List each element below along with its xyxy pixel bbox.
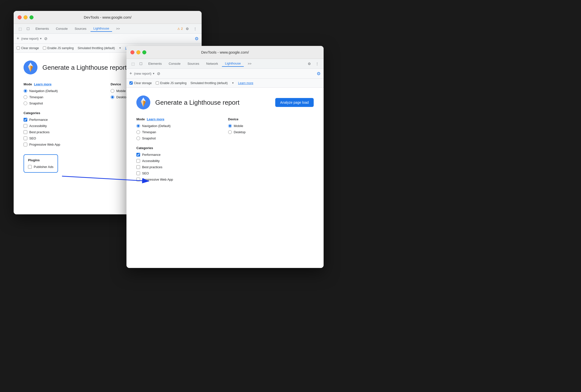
device-section-2: Device Mobile Desktop xyxy=(228,117,314,140)
minimize-button-2[interactable] xyxy=(136,50,140,54)
tab-sources-1[interactable]: Sources xyxy=(72,26,89,32)
analyze-page-load-button[interactable]: Analyze page load xyxy=(275,98,314,107)
lh-page-title-2: Generate a Lighthouse report xyxy=(155,99,240,106)
device-desktop-2[interactable]: Desktop xyxy=(228,130,314,134)
mode-radio-group-2: Navigation (Default) Timespan Snapshot xyxy=(136,124,222,140)
clear-storage-label-1: Clear storage xyxy=(21,46,39,50)
mode-heading-2: Mode Learn more xyxy=(136,117,222,121)
clear-storage-input-1[interactable] xyxy=(16,46,20,50)
cat-pwa-2[interactable]: Progressive Web App xyxy=(136,178,314,181)
kebab-icon-1[interactable]: ⋮ xyxy=(192,25,199,32)
devtools-window-2: DevTools - www.google.com/ ⬚ ☐ Elements … xyxy=(126,46,324,268)
lighthouse-logo-1 xyxy=(23,60,37,74)
throttling-label-2: Simulated throttling (default) xyxy=(190,82,228,85)
enable-js-checkbox-2[interactable]: Enable JS sampling xyxy=(156,82,186,85)
tab-console-2[interactable]: Console xyxy=(166,61,183,66)
cat-seo-2[interactable]: SEO xyxy=(136,172,314,175)
enable-js-input-1[interactable] xyxy=(43,46,46,50)
clear-report-button-1[interactable]: ⊘ xyxy=(44,36,47,41)
close-button-2[interactable] xyxy=(130,50,134,54)
enable-js-checkbox-1[interactable]: Enable JS sampling xyxy=(43,46,74,50)
plugins-box-1: Plugins Publisher Ads xyxy=(23,154,58,173)
inspector-icon[interactable]: ☐ xyxy=(24,25,31,32)
tab-elements-1[interactable]: Elements xyxy=(32,26,52,32)
plugin-publisher-ads-1[interactable]: Publisher Ads xyxy=(28,165,53,169)
mode-learn-more-1[interactable]: Learn more xyxy=(34,82,51,86)
cat-best-practices-2[interactable]: Best practices xyxy=(136,165,314,169)
mode-timespan-1[interactable]: Timespan xyxy=(23,95,105,99)
lh-settings-icon-1[interactable]: ⚙ xyxy=(195,36,199,42)
kebab-icon-2[interactable]: ⋮ xyxy=(314,60,321,67)
categories-heading-2: Categories xyxy=(136,146,314,150)
report-select-1[interactable]: (new report) ▼ xyxy=(21,37,42,40)
lh-page-title-1: Generate a Lighthouse report xyxy=(42,64,127,72)
lh-main-2: Generate a Lighthouse report Analyze pag… xyxy=(126,88,324,268)
mode-navigation-2[interactable]: Navigation (Default) xyxy=(136,124,222,128)
devtools-tabs-1: ⬚ ☐ Elements Console Sources Lighthouse … xyxy=(14,24,202,34)
cursor-icon-2[interactable]: ⬚ xyxy=(129,60,136,67)
cat-accessibility-2[interactable]: Accessibility xyxy=(136,159,314,163)
learn-more-link-options-2[interactable]: Learn more xyxy=(238,82,253,85)
clear-storage-checkbox-2[interactable]: Clear storage xyxy=(129,82,152,85)
cat-performance-2[interactable]: Performance xyxy=(136,153,314,156)
settings-icon-1[interactable]: ⚙ xyxy=(184,25,191,32)
mode-heading-1: Mode Learn more xyxy=(23,82,105,86)
tab-network-2[interactable]: Network xyxy=(203,61,221,66)
report-select-2[interactable]: (new report) ▼ xyxy=(134,72,155,76)
add-report-button-2[interactable]: + xyxy=(129,71,132,76)
lighthouse-logo-2 xyxy=(136,96,150,110)
tab-sources-2[interactable]: Sources xyxy=(184,61,202,66)
report-chevron-2: ▼ xyxy=(152,72,155,75)
devtools-tabs-2: ⬚ ☐ Elements Console Sources Network Lig… xyxy=(126,59,324,69)
traffic-lights-2 xyxy=(130,50,146,54)
mode-navigation-1[interactable]: Navigation (Default) xyxy=(23,89,105,93)
mode-section-2: Mode Learn more Navigation (Default) Tim… xyxy=(136,117,222,140)
lh-toolbar-1: + (new report) ▼ ⊘ ⚙ xyxy=(14,34,202,44)
plugins-group-1: Publisher Ads xyxy=(28,165,53,169)
settings-icon-2[interactable]: ⚙ xyxy=(306,60,313,67)
tab-more-2[interactable]: >> xyxy=(245,61,254,66)
add-report-button-1[interactable]: + xyxy=(16,36,19,41)
minimize-button-1[interactable] xyxy=(23,16,27,19)
mode-timespan-2[interactable]: Timespan xyxy=(136,130,222,134)
close-button-1[interactable] xyxy=(17,16,21,19)
device-mobile-2[interactable]: Mobile xyxy=(228,124,314,128)
mode-section-1: Mode Learn more Navigation (Default) Tim… xyxy=(23,82,105,105)
lh-settings-icon-2[interactable]: ⚙ xyxy=(317,71,321,76)
clear-report-button-2[interactable]: ⊘ xyxy=(157,71,160,76)
mode-snapshot-2[interactable]: Snapshot xyxy=(136,136,222,140)
cursor-icon[interactable]: ⬚ xyxy=(16,25,23,32)
maximize-button-1[interactable] xyxy=(29,16,33,19)
inspector-icon-2[interactable]: ☐ xyxy=(137,60,144,67)
tab-console-1[interactable]: Console xyxy=(53,26,71,32)
window-title-2: DevTools - www.google.com/ xyxy=(201,50,249,54)
lh-header-2: Generate a Lighthouse report Analyze pag… xyxy=(136,96,314,110)
plugins-heading-1: Plugins xyxy=(28,158,53,162)
warning-count-1: 2 xyxy=(181,27,183,30)
enable-js-input-2[interactable] xyxy=(156,82,159,84)
device-radio-group-2: Mobile Desktop xyxy=(228,124,314,134)
clear-storage-checkbox-1[interactable]: Clear storage xyxy=(16,46,39,50)
report-label-2: (new report) xyxy=(134,72,151,76)
traffic-lights-1 xyxy=(17,16,33,19)
mode-snapshot-1[interactable]: Snapshot xyxy=(23,102,105,105)
categories-group-2: Performance Accessibility Best practices… xyxy=(136,153,314,181)
window-title-1: DevTools - www.google.com/ xyxy=(84,15,132,19)
tab-lighthouse-2[interactable]: Lighthouse xyxy=(222,60,244,67)
mode-radio-group-1: Navigation (Default) Timespan Snapshot xyxy=(23,89,105,105)
tab-more-1[interactable]: >> xyxy=(113,26,123,32)
report-chevron-1: ▼ xyxy=(40,37,42,40)
categories-section-2: Categories Performance Accessibility Bes… xyxy=(136,146,314,181)
lh-toolbar-2: + (new report) ▼ ⊘ ⚙ xyxy=(126,69,324,79)
clear-storage-input-2[interactable] xyxy=(129,82,133,84)
tab-lighthouse-1[interactable]: Lighthouse xyxy=(90,26,112,32)
titlebar-1: DevTools - www.google.com/ xyxy=(14,11,202,24)
throttling-chevron-2[interactable]: ▼ xyxy=(232,82,234,84)
throttling-chevron-1[interactable]: ▼ xyxy=(119,47,121,49)
clear-storage-label-2: Clear storage xyxy=(134,82,152,85)
device-heading-2: Device xyxy=(228,117,314,121)
maximize-button-2[interactable] xyxy=(142,50,146,54)
options-bar-2: Clear storage Enable JS sampling Simulat… xyxy=(126,79,324,88)
mode-learn-more-2[interactable]: Learn more xyxy=(147,117,164,121)
tab-elements-2[interactable]: Elements xyxy=(145,61,165,66)
